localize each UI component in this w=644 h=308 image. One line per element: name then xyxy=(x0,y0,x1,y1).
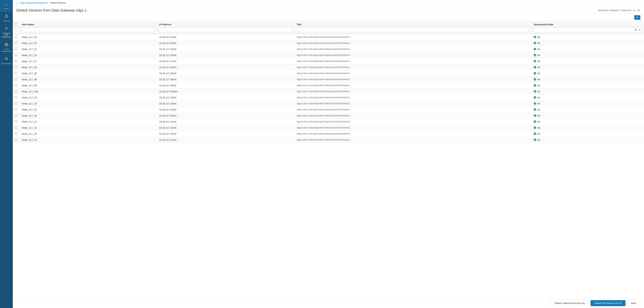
status-text: Ok xyxy=(537,36,540,39)
row-checkbox-cell xyxy=(13,40,20,46)
status-dot-icon xyxy=(534,90,536,93)
filter-button[interactable]: ▼ xyxy=(634,15,640,20)
row-ip: 10.20.117.100/24 xyxy=(157,89,294,95)
row-hostname: Node_117_19 xyxy=(20,101,157,107)
row-checkbox-cell xyxy=(13,113,20,119)
status-ok-badge: Ok xyxy=(534,36,642,39)
detach-all-button[interactable]: Detach All Devices (5114) xyxy=(590,300,626,306)
row-checkbox[interactable] xyxy=(15,72,18,74)
row-checkbox-cell xyxy=(13,95,20,101)
row-state: Ok xyxy=(532,58,644,64)
breadcrumb-sep2: / xyxy=(48,2,49,4)
table-row: Node_117_18 10.20.117.18/24 cdg-1c;ios-x… xyxy=(13,52,644,58)
row-hostname: Node_117_42 xyxy=(20,34,157,40)
row-state: Ok xyxy=(532,113,644,119)
row-ip: 10.20.117.20/24 xyxy=(157,40,294,46)
table-row: Node_117_32 10.20.117.32/24 cdg-1c;ios-x… xyxy=(13,125,644,131)
row-checkbox[interactable] xyxy=(15,96,18,98)
row-checkbox[interactable] xyxy=(15,102,18,104)
row-tags: cdg-1c;ios-xr;cli;reach-check;snmp;te-tu… xyxy=(294,131,532,137)
row-checkbox-cell xyxy=(13,101,20,107)
svg-line-3 xyxy=(5,16,6,17)
status-dot-icon xyxy=(534,132,536,135)
row-checkbox[interactable] xyxy=(15,54,18,56)
status-text: Ok xyxy=(537,48,540,51)
row-tags: cdg-1c;ios-xr;cli;snmp;reach-check;te-tu… xyxy=(294,101,532,107)
row-tags: cdg-1c;ios-xr;cli;snmp;reach-check;te-tu… xyxy=(294,119,532,125)
row-checkbox[interactable] xyxy=(15,36,18,38)
row-checkbox[interactable] xyxy=(15,60,18,62)
row-checkbox[interactable] xyxy=(15,48,18,50)
row-checkbox-cell xyxy=(13,89,20,95)
state-filter-select[interactable]: Ok Error xyxy=(534,28,637,32)
row-tags: cdg-1c;ios-xr;cli;snmp;reach-check;te-tu… xyxy=(294,95,532,101)
row-hostname: Node_117_16 xyxy=(20,95,157,101)
refresh-icon[interactable]: ↻ xyxy=(633,9,636,12)
row-hostname: Node_117_35 xyxy=(20,131,157,137)
status-ok-badge: Ok xyxy=(534,120,642,123)
table-row: Node_117_46 10.20.117.46/24 cdg-1c;ios-x… xyxy=(13,76,644,83)
filter-col-state: Ok Error ✕ xyxy=(532,27,644,34)
sidebar-item-device-mgmt[interactable]: Device Management xyxy=(0,40,13,55)
table-row: Node_117_42 10.20.117.42/24 cdg-1c;ios-x… xyxy=(13,34,644,40)
row-checkbox[interactable] xyxy=(15,120,18,123)
ip-filter-input[interactable] xyxy=(159,28,292,32)
status-text: Ok xyxy=(537,72,540,75)
row-checkbox[interactable] xyxy=(15,42,18,44)
row-hostname: Node_117_31 xyxy=(20,119,157,125)
status-dot-icon xyxy=(534,72,536,75)
tags-filter-input[interactable] xyxy=(296,28,529,32)
back-button[interactable]: Back xyxy=(627,300,640,306)
row-checkbox[interactable] xyxy=(15,78,18,80)
col-header-hostname: Host Name xyxy=(20,21,157,27)
status-dot-icon xyxy=(534,66,536,69)
table-row: Node_117_20 10.20.117.20/24 cdg-1c;ios-x… xyxy=(13,40,644,46)
row-state: Ok xyxy=(532,40,644,46)
row-tags: cdg-1c;ios-xr;cli;snmp;reach-check;te-tu… xyxy=(294,76,532,83)
row-state: Ok xyxy=(532,52,644,58)
row-checkbox[interactable] xyxy=(15,126,18,129)
table-row: Node_117_12 10.20.117.12/24 cdg-1c;ios-x… xyxy=(13,137,644,143)
hostname-filter-input[interactable] xyxy=(22,28,155,32)
sidebar-item-services[interactable]: Services & Traffic Engineering xyxy=(0,24,13,40)
filter-col-checkbox xyxy=(13,27,20,34)
breadcrumb-home-icon: ⌂ xyxy=(16,2,17,5)
status-text: Ok xyxy=(537,96,540,99)
footer: Detach Selected Devices (0) Detach All D… xyxy=(13,298,644,308)
row-checkbox[interactable] xyxy=(15,90,18,92)
row-state: Ok xyxy=(532,89,644,95)
row-ip: 10.20.117.30/24 xyxy=(157,113,294,119)
status-text: Ok xyxy=(537,120,540,123)
row-checkbox[interactable] xyxy=(15,108,18,111)
sidebar-item-topology[interactable]: Topology xyxy=(0,12,13,24)
row-tags: cdg-1c;ios-xr;cli;reach-check;snmp;te-tu… xyxy=(294,107,532,113)
status-text: Ok xyxy=(537,126,540,129)
breadcrumb-parent-link[interactable]: Data Gateway Management xyxy=(20,2,48,4)
status-ok-badge: Ok xyxy=(534,114,642,117)
row-tags: cdg-1c;ios-xr;cli;reach-check;snmp;te-tu… xyxy=(294,34,532,40)
row-checkbox[interactable] xyxy=(15,138,18,141)
status-ok-badge: Ok xyxy=(534,66,642,69)
row-tags: cdg-1c;ios-xr;cli;snmp;reach-check;te-tu… xyxy=(294,113,532,119)
col-header-state: Operational State xyxy=(532,21,644,27)
row-checkbox[interactable] xyxy=(15,132,18,135)
detach-selected-button[interactable]: Detach Selected Devices (0) xyxy=(551,300,589,306)
table-container[interactable]: Host Name IP Address Tags Operational St… xyxy=(13,21,644,298)
row-state: Ok xyxy=(532,101,644,107)
row-checkbox[interactable] xyxy=(15,66,18,68)
table-row: Node_117_48 10.20.117.48/24 cdg-1c;ios-x… xyxy=(13,83,644,89)
status-text: Ok xyxy=(537,66,540,69)
settings-icon[interactable]: ⚙ xyxy=(637,9,640,12)
sidebar-item-administration[interactable]: Administration xyxy=(0,55,13,67)
sidebar-item-home[interactable]: ⌂ Home xyxy=(0,0,13,12)
row-checkbox[interactable] xyxy=(15,114,18,117)
administration-icon xyxy=(4,57,8,62)
state-filter-clear[interactable]: ✕ xyxy=(637,28,642,32)
status-ok-badge: Ok xyxy=(534,90,642,93)
table-row: Node_117_30 10.20.117.30/24 cdg-1c;ios-x… xyxy=(13,113,644,119)
row-tags: cdg-1c;ios-xr;cli;snmp;reach-check;te-tu… xyxy=(294,58,532,64)
status-dot-icon xyxy=(534,78,536,81)
table-row: Node_117_25 10.20.117.25/24 cdg-1c;ios-x… xyxy=(13,107,644,113)
row-checkbox[interactable] xyxy=(15,84,18,86)
select-all-checkbox[interactable] xyxy=(15,23,18,25)
